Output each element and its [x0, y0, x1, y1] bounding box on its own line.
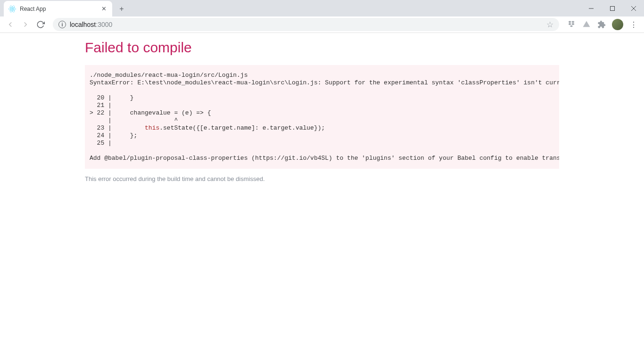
tab-strip: React App ✕ + — [0, 0, 644, 16]
new-tab-button[interactable]: + — [115, 2, 128, 16]
drive-icon[interactable] — [580, 18, 593, 31]
browser-tab[interactable]: React App ✕ — [4, 1, 112, 16]
browser-toolbar: i localhost:3000 ☆ ⋮ — [0, 16, 644, 33]
maximize-button[interactable] — [602, 0, 623, 16]
svg-point-0 — [12, 8, 13, 9]
error-details: ./node_modules/react-mua-login/src/Login… — [85, 65, 559, 169]
window-controls — [580, 0, 644, 16]
forward-button[interactable] — [19, 18, 32, 31]
address-bar[interactable]: i localhost:3000 ☆ — [53, 18, 559, 31]
menu-icon[interactable]: ⋮ — [627, 18, 640, 31]
svg-rect-5 — [610, 6, 614, 10]
url-text: localhost:3000 — [70, 21, 543, 28]
extensions-icon[interactable] — [595, 18, 608, 31]
close-icon[interactable]: ✕ — [100, 5, 107, 13]
error-footer: This error occurred during the build tim… — [85, 175, 559, 182]
avatar[interactable] — [612, 19, 623, 30]
close-window-button[interactable] — [623, 0, 644, 16]
minimize-button[interactable] — [580, 0, 602, 16]
reload-button[interactable] — [34, 18, 47, 31]
info-icon: i — [58, 21, 66, 28]
star-icon[interactable]: ☆ — [546, 20, 553, 30]
page-content: Failed to compile ./node_modules/react-m… — [0, 33, 644, 189]
tab-title: React App — [20, 6, 96, 12]
error-title: Failed to compile — [85, 40, 559, 56]
browser-chrome: React App ✕ + i localhost:3000 ☆ ⋮ — [0, 0, 644, 33]
react-favicon — [8, 5, 16, 13]
back-button[interactable] — [4, 18, 17, 31]
dropbox-icon[interactable] — [565, 18, 578, 31]
